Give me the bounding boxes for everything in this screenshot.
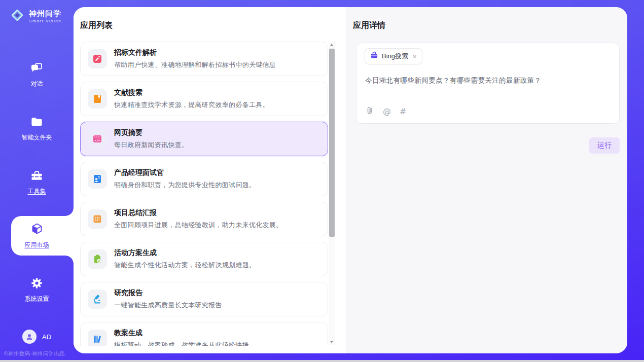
- query-text[interactable]: 今日湖北有哪些新闻要点？有哪些需要关注的最新政策？: [365, 76, 611, 86]
- books-icon: [88, 330, 107, 346]
- scroll-up-button[interactable]: [329, 42, 335, 48]
- sidebar-item-app-market[interactable]: 应用市场: [0, 209, 74, 263]
- sidebar: 神州问学 Smart Vision 对话 智能文件夹: [0, 0, 74, 362]
- clipboard-check-icon: [88, 249, 107, 269]
- app-card-title: 产品经理面试官: [114, 168, 256, 177]
- app-card-literature-search[interactable]: 文献搜索 快速精准查找学术资源，提高研究效率的必备工具。: [80, 82, 328, 116]
- app-list-scrollbar[interactable]: [329, 42, 335, 345]
- app-card-event-plan[interactable]: 活动方案生成 智能生成个性化活动方案，轻松解决规划难题。: [80, 242, 328, 276]
- sidebar-footer: ©神州数码·神州问学出品: [4, 350, 65, 357]
- app-card-desc: 一键智能生成高质量长文本研究报告: [114, 301, 222, 310]
- memo-icon: [88, 209, 107, 229]
- brand-logo: 神州问学 Smart Vision: [10, 8, 61, 25]
- app-card-title: 项目总结汇报: [114, 208, 283, 218]
- sidebar-nav: 对话 智能文件夹 工具集: [0, 48, 74, 316]
- gear-icon: [30, 276, 44, 290]
- briefcase-icon: [370, 51, 378, 61]
- user-profile[interactable]: AD: [0, 330, 74, 344]
- run-button[interactable]: 运行: [589, 137, 620, 154]
- app-card-title: 文献搜索: [114, 88, 269, 97]
- app-card-pm-interviewer[interactable]: 产品经理面试官 明确身份和职责，为您提供专业性的面试问题。: [80, 162, 328, 196]
- app-card-web-summary[interactable]: </> 网页摘要 每日政府新闻资讯快查。: [80, 122, 328, 156]
- document-edit-icon: [88, 49, 107, 68]
- sidebar-item-settings[interactable]: 系统设置: [0, 263, 74, 316]
- app-card-desc: 全面回顾项目进展，总结经验教训，助力未来优化发展。: [114, 221, 283, 230]
- app-card-title: 网页摘要: [114, 128, 188, 137]
- web-code-icon: </>: [88, 129, 107, 149]
- svg-text:</>: </>: [95, 138, 100, 142]
- mention-icon[interactable]: @: [383, 107, 391, 116]
- brand-text: 神州问学 Smart Vision: [29, 9, 61, 23]
- app-detail-pane: 应用详情 Bing搜索 × 今日湖北有哪些新闻要点？有哪些需要关注的最新政策？: [346, 7, 627, 353]
- app-card-title: 教案生成: [114, 329, 249, 338]
- toolbox-icon: [30, 168, 44, 183]
- app-card-desc: 快速精准查找学术资源，提高研究效率的必备工具。: [114, 100, 269, 110]
- app-card-desc: 明确身份和职责，为您提供专业性的面试问题。: [114, 180, 256, 190]
- brand-name: 神州问学: [29, 9, 61, 18]
- user-name: AD: [42, 333, 51, 341]
- app-list: 招标文件解析 帮助用户快速、准确地理解和解析招标书中的关键信息 文献搜索 快速精…: [80, 42, 328, 346]
- avatar: [22, 330, 37, 344]
- app-card-title: 招标文件解析: [114, 48, 276, 57]
- book-icon: [88, 89, 107, 108]
- folder-icon: [30, 115, 44, 129]
- window-bottom-edge: [0, 360, 644, 362]
- app-card-desc: 智能生成个性化活动方案，轻松解决规划难题。: [114, 261, 256, 270]
- app-card-lesson-plan[interactable]: 教案生成 模板驱动，教案秒成，教学准备从此轻松快捷: [80, 322, 328, 346]
- sidebar-item-label: 对话: [31, 80, 43, 88]
- app-card-title: 活动方案生成: [114, 248, 256, 258]
- brand-tagline: Smart Vision: [29, 19, 61, 23]
- microscope-icon: [88, 289, 107, 309]
- app-list-title: 应用列表: [80, 20, 113, 31]
- chip-close-icon[interactable]: ×: [413, 53, 417, 60]
- scrollbar-thumb[interactable]: [329, 49, 335, 237]
- sidebar-item-label: 工具集: [28, 187, 46, 196]
- tool-chip-label: Bing搜索: [382, 52, 408, 61]
- sidebar-item-smart-folder[interactable]: 智能文件夹: [0, 101, 74, 155]
- chat-icon: [30, 61, 44, 75]
- attachment-toolbar: @ #: [365, 106, 406, 117]
- paperclip-icon[interactable]: [365, 106, 374, 117]
- sidebar-item-toolbox[interactable]: 工具集: [0, 155, 74, 209]
- app-list-pane: 应用列表 招标文件解析 帮助用户快速、准确地理解和解析招标书中的关键信息: [74, 7, 346, 353]
- brand-diamond-icon: [10, 8, 25, 25]
- cube-icon: [30, 222, 44, 236]
- app-card-desc: 每日政府新闻资讯快查。: [114, 140, 188, 150]
- tool-chip-bing-search[interactable]: Bing搜索 ×: [365, 48, 422, 64]
- main-container: 应用列表 招标文件解析 帮助用户快速、准确地理解和解析招标书中的关键信息: [74, 7, 627, 353]
- sidebar-item-chat[interactable]: 对话: [0, 48, 74, 101]
- prompt-card: Bing搜索 × 今日湖北有哪些新闻要点？有哪些需要关注的最新政策？ @ #: [356, 43, 620, 124]
- app-detail-title: 应用详情: [353, 20, 385, 31]
- sidebar-item-label: 系统设置: [25, 295, 49, 303]
- hash-icon[interactable]: #: [400, 107, 406, 116]
- app-card-desc: 帮助用户快速、准确地理解和解析招标书中的关键信息: [114, 60, 276, 69]
- app-card-desc: 模板驱动，教案秒成，教学准备从此轻松快捷: [114, 341, 249, 346]
- scroll-down-button[interactable]: [329, 339, 335, 345]
- interviewer-doc-icon: [88, 169, 107, 189]
- app-card-project-summary[interactable]: 项目总结汇报 全面回顾项目进展，总结经验教训，助力未来优化发展。: [80, 202, 328, 236]
- sidebar-item-label: 智能文件夹: [22, 133, 52, 142]
- app-card-title: 研究报告: [114, 288, 222, 298]
- app-card-research-report[interactable]: 研究报告 一键智能生成高质量长文本研究报告: [80, 282, 328, 316]
- sidebar-item-label: 应用市场: [25, 241, 49, 249]
- app-card-bid-analysis[interactable]: 招标文件解析 帮助用户快速、准确地理解和解析招标书中的关键信息: [80, 42, 328, 76]
